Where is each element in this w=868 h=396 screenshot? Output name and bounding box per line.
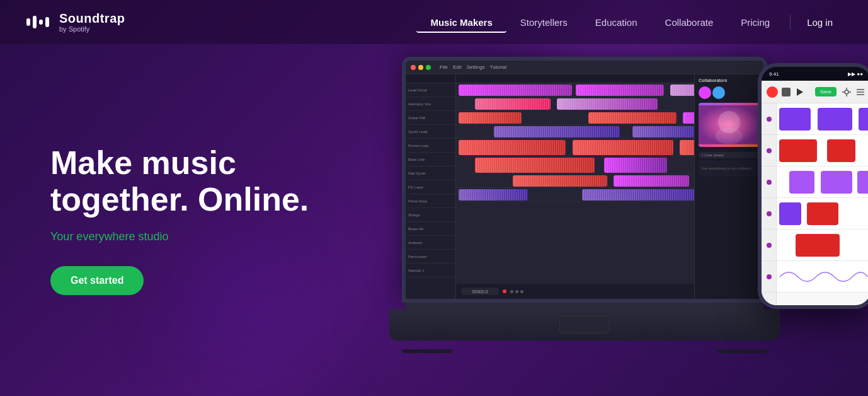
nav-links: Music Makers Storytellers Education Coll… [416, 12, 843, 33]
laptop-foot-right [717, 349, 767, 353]
track-7-label: Pad Synth [408, 172, 426, 175]
laptop-hinge [405, 303, 764, 309]
cta-button[interactable]: Get started [50, 266, 144, 295]
phone-device: 9:41 ▶▶ ●● Save [758, 63, 868, 309]
transport-dots [510, 290, 523, 293]
daw-menu-settings: Settings [467, 64, 485, 70]
track-2-label: Harmony Vox [408, 102, 431, 106]
nav-item-storytellers[interactable]: Storytellers [506, 12, 581, 33]
daw-row-8 [456, 188, 694, 202]
nav-item-education[interactable]: Education [581, 12, 651, 33]
daw-clips-area [456, 83, 694, 202]
phone-track-ctrl-3 [762, 166, 776, 198]
collab-avatars [699, 86, 760, 99]
clip-5-3 [680, 140, 694, 155]
svg-marker-7 [797, 88, 803, 96]
nav-item-music-makers[interactable]: Music Makers [416, 12, 506, 33]
daw-body: Lead Vocal Harmony Vox Guitar Riff Synth… [406, 74, 763, 299]
devices-area: File Edit Settings Tutorial Lead Vocal H… [389, 44, 868, 396]
laptop-device: File Edit Settings Tutorial Lead Vocal H… [389, 57, 780, 353]
track-12-label: Ambient [408, 241, 422, 245]
phone-clips-area [777, 103, 868, 305]
phone-clip-1-3 [859, 108, 868, 131]
phone-clip-1-1 [779, 108, 811, 131]
phone-time: 9:41 [769, 71, 779, 77]
phone-row-5 [777, 230, 868, 261]
phone-rec-btn[interactable] [767, 86, 778, 98]
laptop-touchpad [559, 316, 610, 334]
clip-8-1 [459, 189, 528, 201]
phone-clip-2-2 [827, 139, 855, 162]
phone-menu-icon[interactable] [855, 87, 865, 97]
svg-point-6 [715, 127, 743, 144]
hero-title-line2: together. Online. [50, 181, 309, 218]
phone-save-btn[interactable]: Save [815, 87, 837, 96]
daw-interface: File Edit Settings Tutorial Lead Vocal H… [406, 61, 763, 299]
clip-3-2 [588, 112, 677, 124]
collab-panel: Collaborators [694, 74, 763, 299]
phone-sine-wave [777, 261, 868, 293]
track-5-label: Drums Loop [408, 144, 429, 148]
collab-image [699, 103, 760, 147]
nav-item-pricing[interactable]: Pricing [727, 12, 784, 33]
clip-3-3 [683, 112, 694, 124]
nav-item-collaborate[interactable]: Collaborate [651, 12, 728, 33]
clip-4-2 [632, 126, 694, 137]
time-display: 00000.0 [461, 288, 499, 295]
avatar-1 [699, 86, 711, 99]
phone-track-ctrl-4 [762, 198, 776, 230]
hero-content: Make music together. Online. Your everyw… [50, 145, 315, 294]
track-4-label: Synth Lead [408, 130, 427, 134]
daw-row-4 [456, 125, 694, 139]
daw-row-5 [456, 139, 694, 156]
collab-svg [699, 103, 760, 147]
phone-track-ctrl-1 [762, 103, 776, 135]
daw-tracks-list: Lead Vocal Harmony Vox Guitar Riff Synth… [406, 74, 456, 299]
track-3-label: Guitar Riff [408, 116, 425, 120]
phone-icons: ▶▶ ●● [848, 71, 863, 77]
clip-1-1 [459, 84, 572, 96]
phone-row-1 [777, 103, 868, 135]
daw-menu-tutorial: Tutorial [490, 64, 506, 70]
hero-section: Make music together. Online. Your everyw… [0, 44, 868, 396]
logo[interactable]: Soundtrap by Spotify [25, 12, 125, 33]
hero-title-line1: Make music [50, 144, 236, 181]
svg-rect-1 [33, 16, 37, 28]
phone-row-4 [777, 198, 868, 230]
hero-subtitle: Your everywhere studio [50, 230, 315, 243]
logo-icon [25, 13, 53, 31]
laptop-screen: File Edit Settings Tutorial Lead Vocal H… [402, 57, 767, 303]
collab-input: Say something to our collabor... [699, 160, 760, 177]
svg-point-8 [845, 90, 848, 94]
laptop-body [389, 309, 780, 341]
phone-play-btn[interactable] [794, 87, 804, 97]
record-dot [503, 289, 506, 293]
phone-settings-icon[interactable] [842, 87, 852, 97]
track-10-label: Strings [408, 213, 420, 217]
phone-clip-3-2 [821, 171, 852, 194]
daw-timeline: 00000.0 [456, 74, 694, 299]
clip-5-1 [459, 140, 566, 155]
clip-6-2 [604, 158, 667, 173]
track-1-label: Lead Vocal [408, 88, 427, 92]
phone-daw-body [762, 103, 868, 305]
clip-1-3 [670, 84, 694, 96]
track-14-label: Sample 1 [408, 269, 424, 272]
phone-clip-4-1 [779, 202, 801, 225]
login-button[interactable]: Log in [797, 12, 843, 33]
track-13-label: Percussion [408, 255, 427, 259]
phone-clip-2-1 [779, 139, 817, 162]
clip-2-2 [557, 98, 658, 110]
clip-7-1 [513, 175, 607, 187]
phone-clip-1-2 [818, 108, 852, 131]
daw-row-7 [456, 174, 694, 188]
phone-row-2 [777, 135, 868, 166]
phone-stop-btn[interactable] [782, 88, 791, 96]
track-6-label: Bass Line [408, 158, 425, 161]
phone-clip-5-1 [796, 234, 840, 257]
phone-clip-3-3 [857, 171, 868, 194]
track-8-label: FX Layer [408, 185, 423, 189]
daw-transport-bar: 00000.0 [456, 284, 694, 299]
phone-daw-toolbar: Save [762, 81, 868, 103]
clip-8-2 [582, 189, 694, 201]
